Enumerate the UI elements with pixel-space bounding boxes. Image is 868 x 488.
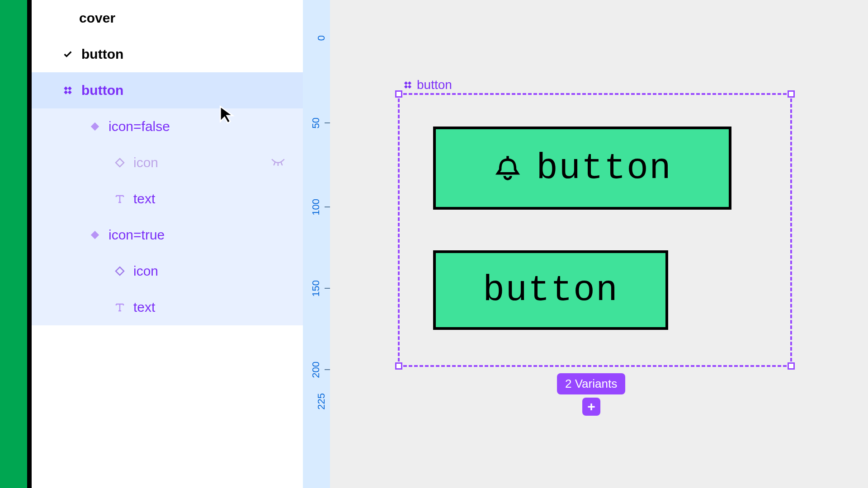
ruler-tick: 50 (303, 117, 330, 128)
hidden-eye-icon[interactable] (271, 158, 285, 168)
ruler-number: 200 (310, 361, 322, 378)
variants-count-badge[interactable]: 2 Variants (557, 373, 625, 394)
text-type-icon (106, 302, 133, 313)
diamond-outline-icon (106, 157, 133, 168)
layer-component-set[interactable]: button (32, 72, 303, 108)
button-variant-no-icon[interactable]: button (433, 250, 668, 330)
left-divider (27, 0, 32, 488)
selection-handle-se[interactable] (788, 362, 795, 370)
layer-label: icon=true (108, 227, 165, 243)
ruler-mark (325, 206, 330, 207)
vertical-ruler[interactable]: 0 50 100 150 200 225 (303, 0, 330, 488)
layers-panel: cover button button icon=false icon (32, 0, 303, 488)
layer-icon-visible[interactable]: icon (32, 253, 303, 289)
layer-label: text (133, 300, 155, 315)
button-variant-with-icon[interactable]: button (433, 127, 731, 210)
layer-label: icon (133, 263, 158, 279)
ruler-tick: 100 (303, 199, 330, 216)
frame-label-text: button (417, 78, 452, 92)
ruler-number: 150 (310, 280, 322, 297)
layer-label: cover (79, 10, 115, 26)
layer-icon-hidden[interactable]: icon (32, 145, 303, 181)
layer-text-2[interactable]: text (32, 289, 303, 325)
button-text: button (536, 148, 672, 189)
layer-label: button (81, 47, 123, 62)
selection-handle-sw[interactable] (395, 362, 402, 370)
ruler-number: 50 (310, 117, 322, 128)
plus-icon: + (587, 399, 595, 414)
layer-label: icon (133, 155, 158, 170)
text-type-icon (106, 193, 133, 204)
selection-handle-nw[interactable] (395, 90, 402, 98)
ruler-number: 100 (310, 199, 322, 216)
ruler-tick: 150 (303, 280, 330, 297)
variant-icon (81, 122, 108, 131)
layer-variant-icon-true[interactable]: icon=true (32, 217, 303, 253)
layer-text-1[interactable]: text (32, 181, 303, 217)
ruler-number: 225 (316, 393, 327, 410)
ruler-tick: 0 (303, 35, 330, 41)
diamond-outline-icon (106, 266, 133, 277)
button-text: button (483, 270, 618, 311)
bell-icon (493, 152, 523, 184)
frame-label[interactable]: button (402, 78, 452, 92)
canvas[interactable]: button button button 2 Variants + (330, 0, 868, 488)
layer-label: button (81, 83, 123, 98)
layer-page-button[interactable]: button (32, 36, 303, 72)
layer-label: icon=false (108, 119, 170, 134)
variants-badge-text: 2 Variants (565, 377, 617, 390)
checkmark-icon (54, 49, 81, 59)
component-set-icon (402, 80, 413, 90)
add-variant-button[interactable]: + (582, 398, 600, 416)
ruler-number: 0 (316, 35, 327, 41)
layer-variant-icon-false[interactable]: icon=false (32, 108, 303, 145)
ruler-mark (325, 369, 330, 370)
ruler-mark (325, 122, 330, 123)
layer-label: text (133, 191, 155, 206)
selection-handle-ne[interactable] (788, 90, 795, 98)
layer-cover[interactable]: cover (32, 0, 303, 36)
left-accent-bar (0, 0, 27, 488)
ruler-mark (325, 288, 330, 289)
selected-layer-subtree: button icon=false icon text (32, 72, 303, 325)
variant-icon (81, 230, 108, 240)
component-set-icon (54, 84, 81, 96)
ruler-tick: 200 (303, 361, 330, 378)
ruler-tick: 225 (303, 393, 330, 410)
